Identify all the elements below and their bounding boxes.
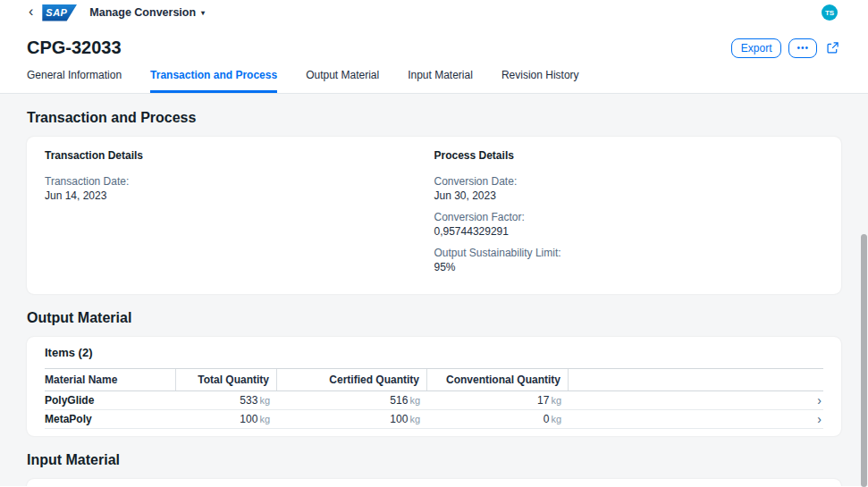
avatar[interactable]: TS <box>822 4 838 21</box>
field-value: 0,95744329291 <box>434 224 824 239</box>
field-value: 95% <box>434 260 824 274</box>
row-chevron-icon[interactable]: › <box>804 394 823 407</box>
field-conversion-date: Conversion Date: Jun 30, 2023 <box>434 174 824 203</box>
process-details-group: Process Details Conversion Date: Jun 30,… <box>434 149 824 281</box>
page-title: CPG-32033 <box>27 38 122 58</box>
column-header-certified-quantity: Certified Quantity <box>277 369 427 390</box>
sap-logo-text: SAP <box>42 7 67 18</box>
field-output-sustainability-limit: Output Sustainability Limit: 95% <box>434 246 824 274</box>
column-header-total-quantity: Total Quantity <box>176 369 277 390</box>
table-row[interactable]: PolyGlide 533kg 516kg 17kg › <box>45 391 823 410</box>
back-icon[interactable]: ‹ <box>11 4 38 21</box>
unit-label: kg <box>551 414 561 424</box>
column-header-conventional-quantity: Conventional Quantity <box>427 369 569 390</box>
material-name: MetaPoly <box>45 411 176 427</box>
field-label: Conversion Factor: <box>434 210 824 224</box>
app-title-menu[interactable]: Manage Conversion ▾ <box>89 6 205 19</box>
field-label: Output Sustainability Limit: <box>434 246 824 260</box>
certified-quantity: 516kg <box>277 392 427 408</box>
section-heading-output-material: Output Material <box>27 310 841 326</box>
app-title-label: Manage Conversion <box>89 6 196 19</box>
conventional-quantity: 0kg <box>427 411 569 427</box>
field-value: Jun 30, 2023 <box>434 189 824 203</box>
certified-quantity: 100kg <box>277 411 427 427</box>
tab-general-information[interactable]: General Information <box>27 69 122 93</box>
output-table-body: PolyGlide 533kg 516kg 17kg › MetaPoly 10… <box>45 391 823 429</box>
section-heading-input-material: Input Material <box>27 452 841 468</box>
tab-strip: General Information Transaction and Proc… <box>0 58 868 94</box>
object-header: CPG-32033 Export ••• <box>0 25 868 58</box>
page-content: Transaction and Process Transaction Deta… <box>0 94 868 486</box>
chevron-down-icon: ▾ <box>201 9 205 17</box>
unit-label: kg <box>409 395 420 406</box>
scrollbar-thumb[interactable] <box>861 234 867 487</box>
tab-input-material[interactable]: Input Material <box>408 69 473 93</box>
sap-logo: SAP <box>42 4 77 21</box>
tab-revision-history[interactable]: Revision History <box>501 69 579 93</box>
group-title: Process Details <box>434 149 824 162</box>
input-material-card: Items (1) Material Name Total Quantity C… <box>27 479 841 486</box>
transaction-and-process-card: Transaction Details Transaction Date: Ju… <box>27 137 841 294</box>
transaction-details-group: Transaction Details Transaction Date: Ju… <box>45 149 434 281</box>
group-title: Transaction Details <box>45 149 434 162</box>
tab-output-material[interactable]: Output Material <box>306 69 379 93</box>
header-actions: Export ••• <box>731 38 841 58</box>
total-quantity: 533kg <box>176 392 277 408</box>
export-button[interactable]: Export <box>731 38 782 58</box>
material-name: PolyGlide <box>45 392 176 408</box>
unit-label: kg <box>259 414 270 424</box>
conventional-quantity: 17kg <box>427 392 569 408</box>
unit-label: kg <box>259 395 270 406</box>
row-chevron-icon[interactable]: › <box>804 413 823 425</box>
field-label: Conversion Date: <box>434 174 824 189</box>
total-quantity: 100kg <box>176 411 277 427</box>
shell-bar: ‹ SAP Manage Conversion ▾ TS <box>0 0 868 25</box>
share-icon[interactable] <box>824 39 841 56</box>
output-material-card: Items (2) Material Name Total Quantity C… <box>27 337 841 436</box>
column-header-material-name: Material Name <box>45 369 176 390</box>
section-heading-transaction-and-process: Transaction and Process <box>27 110 841 126</box>
field-label: Transaction Date: <box>45 174 434 189</box>
overflow-button[interactable]: ••• <box>788 38 817 58</box>
table-row[interactable]: MetaPoly 100kg 100kg 0kg › <box>45 410 823 429</box>
unit-label: kg <box>551 395 561 406</box>
unit-label: kg <box>409 414 420 424</box>
scrollbar <box>860 0 868 487</box>
field-value: Jun 14, 2023 <box>45 189 434 203</box>
output-items-count: Items (2) <box>45 346 823 359</box>
field-conversion-factor: Conversion Factor: 0,95744329291 <box>434 210 824 239</box>
output-table-header: Material Name Total Quantity Certified Q… <box>45 368 823 391</box>
field-transaction-date: Transaction Date: Jun 14, 2023 <box>45 174 434 203</box>
tab-transaction-and-process[interactable]: Transaction and Process <box>150 69 277 93</box>
